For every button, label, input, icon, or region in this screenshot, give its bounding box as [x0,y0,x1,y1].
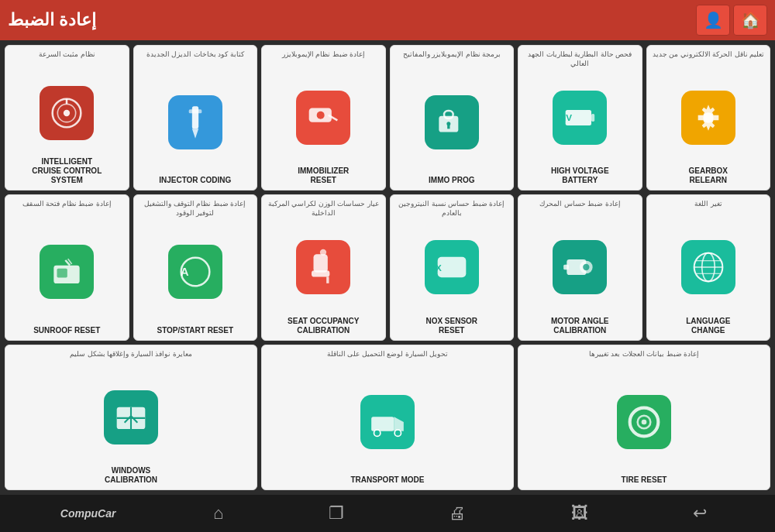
card-arabic-sunroof-reset: إعادة ضبط نظام فتحة السقف [9,198,126,220]
bottom-navigation: ↩ 🖼 🖨 ❐ ⌂ CompuCar [0,495,775,532]
card-icon-seat-occupancy [296,240,350,294]
card-icon-tire-reset [617,395,671,449]
svg-rect-40 [371,417,394,431]
card-label-language-change: LANGUAGE CHANGE [686,317,730,335]
card-arabic-tire-reset: إعادة ضبط بيانات العجلات بعد تغييرها [522,348,766,370]
card-icon-motor-angle-calibration [553,240,607,294]
card-arabic-nox-sensor-reset: إعادة ضبط حساس نسبة النيتروجين بالعادم [394,198,511,220]
grid-row-2: إعادة ضبط بيانات العجلات بعد تغييرهاTIRE… [5,345,770,490]
card-arabic-intelligent-cruise: نظام مثبت السرعة [9,49,126,70]
svg-point-25 [583,264,589,270]
card-arabic-language-change: تغير اللغة [650,198,767,220]
card-arabic-immobilizer-reset: إعادة ضبط نظام الإيموبلايزر [265,49,382,70]
card-label-tire-reset: TIRE RESET [622,475,667,485]
card-label-nox-sensor-reset: NOX SENSOR RESET [425,317,477,335]
card-label-high-voltage-battery: HIGH VOLTAGE BATTERY [551,166,609,185]
svg-rect-26 [563,265,569,270]
card-motor-angle-calibration[interactable]: إعادة ضبط حساس المحركMOTOR ANGLE CALIBRA… [518,194,642,340]
card-high-voltage-battery[interactable]: فحص حالة البطارية لبطاريات الجهد العاليH… [518,45,642,190]
header: 🏠 👤 إعادة الضبط [0,0,775,40]
logo: CompuCar [60,507,116,520]
nav-back[interactable]: ↩ [685,500,715,527]
home-button[interactable]: 🏠 [733,5,767,36]
card-label-stop-start-reset: STOP/START RESET [157,326,233,335]
header-buttons: 🏠 👤 [696,5,767,36]
card-icon-transport-mode [360,395,415,449]
card-intelligent-cruise[interactable]: نظام مثبت السرعةINTELLIGENT CRUISE CONTR… [5,45,129,190]
card-label-sunroof-reset: SUNROOF RESET [33,326,100,335]
svg-rect-7 [447,124,450,129]
card-seat-occupancy[interactable]: عيار حساسات الوزن لكراسي المركبة الداخلي… [261,194,386,340]
svg-marker-12 [192,129,198,139]
svg-rect-36 [57,269,67,278]
svg-point-32 [320,249,326,256]
card-label-gearbox-relearn: GEARBOX RELEARN [688,166,728,185]
card-icon-immo-prog [425,95,479,149]
svg-rect-27 [437,257,466,278]
card-transport-mode[interactable]: تحويل السيارة لوضع التحميل على الناقلةTR… [261,345,514,490]
card-arabic-high-voltage-battery: فحص حالة البطارية لبطاريات الجهد العالي [522,49,639,70]
card-immo-prog[interactable]: برمجة نظام الإيموبلايزر والمفاتيحIMMO PR… [390,45,515,190]
svg-point-16 [64,110,70,116]
nav-home[interactable]: ⌂ [205,500,231,527]
card-tire-reset[interactable]: إعادة ضبط بيانات العجلات بعد تغييرهاTIRE… [518,345,770,490]
card-sunroof-reset[interactable]: إعادة ضبط نظام فتحة السقفSUNROOF RESET [5,194,129,340]
card-icon-intelligent-cruise [40,86,94,140]
card-label-motor-angle-calibration: MOTOR ANGLE CALIBRATION [551,317,608,335]
svg-point-39 [642,419,647,424]
nav-copy[interactable]: ❐ [321,500,352,527]
card-nox-sensor-reset[interactable]: إعادة ضبط حساس نسبة النيتروجين بالعادمNO… [390,194,515,340]
nav-print[interactable]: 🖨 [441,500,474,527]
card-arabic-motor-angle-calibration: إعادة ضبط حساس المحرك [522,198,639,220]
card-immobilizer-reset[interactable]: إعادة ضبط نظام الإيموبلايزرIMMOBILIZER R… [261,45,386,190]
card-label-intelligent-cruise: INTELLIGENT CRUISE CONTROL SYSTEM [32,157,102,185]
svg-point-9 [317,112,325,119]
svg-rect-29 [314,255,328,273]
card-label-immo-prog: IMMO PROG [429,176,474,185]
card-icon-language-change [681,240,735,294]
nav-gallery[interactable]: 🖼 [563,500,596,527]
card-icon-high-voltage-battery: HV [553,91,607,145]
card-label-windows-calibration: WINDOWS CALIBRATION [105,466,157,485]
card-arabic-windows-calibration: معايرة نوافذ السيارة وإغلاقها بشكل سليم [9,348,253,370]
card-label-transport-mode: TRANSPORT MODE [351,475,425,485]
svg-rect-30 [312,271,329,277]
svg-rect-2 [591,114,594,122]
card-arabic-injector-coding: كتابة كود بخاخات الديزل الجديدة [137,49,254,70]
card-arabic-immo-prog: برمجة نظام الإيموبلايزر والمفاتيح [394,49,511,70]
svg-rect-13 [188,109,202,113]
card-gearbox-relearn[interactable]: تعليم ناقل الحركة الالكتروني من جديدGEAR… [646,45,771,190]
svg-text:NOX: NOX [432,263,442,273]
card-label-immobilizer-reset: IMMOBILIZER RESET [298,166,349,185]
user-button[interactable]: 👤 [696,5,730,36]
svg-point-43 [394,430,401,436]
card-icon-injector-coding [168,95,222,149]
svg-text:A: A [181,265,189,278]
card-icon-immobilizer-reset [296,91,350,145]
card-arabic-seat-occupancy: عيار حساسات الوزن لكراسي المركبة الداخلي… [265,198,382,220]
logo-text: CompuCar [60,507,116,520]
grid-row-0: تعليم ناقل الحركة الالكتروني من جديدGEAR… [5,45,770,190]
card-icon-stop-start-reset: A [168,245,222,299]
card-icon-nox-sensor-reset: NOX [425,240,479,294]
card-arabic-transport-mode: تحويل السيارة لوضع التحميل على الناقلة [265,348,510,370]
card-label-injector-coding: INJECTOR CODING [159,176,231,185]
card-arabic-gearbox-relearn: تعليم ناقل الحركة الالكتروني من جديد [650,49,767,70]
grid-row-1: تغير اللغةLANGUAGE CHANGEإعادة ضبط حساس … [5,194,770,340]
card-label-seat-occupancy: SEAT OCCUPANCY CALIBRATION [288,317,359,335]
card-arabic-stop-start-reset: إعادة ضبط نظام التوقف والتشغيل لتوفير ال… [137,198,254,220]
svg-text:HV: HV [560,112,572,122]
card-icon-sunroof-reset [40,245,94,299]
card-icon-gearbox-relearn [681,91,735,145]
card-injector-coding[interactable]: كتابة كود بخاخات الديزل الجديدةINJECTOR … [133,45,258,190]
card-icon-windows-calibration [104,390,158,444]
main-content: تعليم ناقل الحركة الالكتروني من جديدGEAR… [0,40,775,495]
card-stop-start-reset[interactable]: إعادة ضبط نظام التوقف والتشغيل لتوفير ال… [133,194,258,340]
card-language-change[interactable]: تغير اللغةLANGUAGE CHANGE [646,194,771,340]
card-windows-calibration[interactable]: معايرة نوافذ السيارة وإغلاقها بشكل سليمW… [5,345,257,490]
svg-marker-41 [394,417,403,431]
page-title: إعادة الضبط [8,10,104,30]
svg-point-42 [374,430,381,436]
